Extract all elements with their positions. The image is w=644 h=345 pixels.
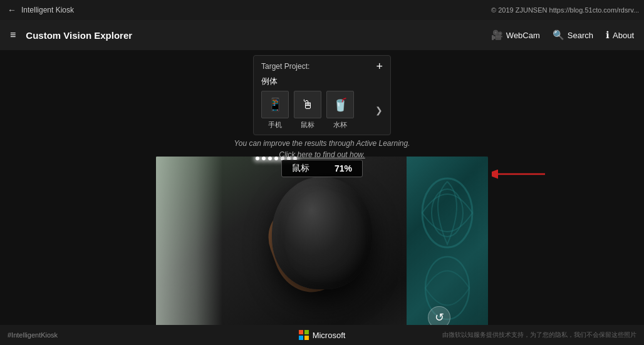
category-cup[interactable]: 🥤 水杯 [326, 91, 354, 130]
title-bar: ← Intelligent Kiosk © 2019 ZJUNSEN https… [0, 0, 644, 20]
back-button[interactable]: ← [8, 5, 16, 15]
prediction-percent: 71% [335, 163, 352, 173]
target-project-header: Target Project: + [261, 61, 383, 72]
project-name: 例体 [261, 76, 383, 87]
about-button[interactable]: ℹ About [606, 29, 634, 41]
active-learning-line1: You can improve the results through Acti… [234, 138, 410, 149]
rotate-button[interactable]: ↺ [428, 306, 450, 325]
microsoft-logo [299, 330, 309, 340]
teal-decoration [407, 157, 488, 325]
search-button[interactable]: 🔍 Search [553, 29, 593, 41]
footer-hashtag: #IntelligentKiosk [8, 331, 58, 339]
target-project-label: Target Project: [261, 62, 309, 71]
category-label-cup: 水杯 [333, 120, 347, 130]
search-label: Search [568, 31, 593, 40]
category-label-mouse: 鼠标 [301, 120, 314, 130]
footer: #IntelligentKiosk Microsoft 由微软以知服务提供技术支… [0, 325, 644, 345]
prediction-badge: 鼠标 71% [281, 160, 363, 177]
main-content: Target Project: + 例体 📱 手机 🖱 鼠标 🥤 水杯 ❯ Yo… [0, 50, 644, 325]
header: ≡ Custom Vision Explorer 🎥 WebCam 🔍 Sear… [0, 20, 644, 50]
ms-logo-blue [299, 336, 303, 340]
footer-logo: Microsoft [299, 330, 346, 340]
webcam-icon: 🎥 [491, 29, 503, 41]
watermark: © 2019 ZJUNSEN https://blog.51cto.com/rd… [491, 6, 639, 14]
add-project-button[interactable]: + [376, 61, 383, 72]
ms-logo-red [299, 330, 303, 334]
category-mouse[interactable]: 🖱 鼠标 [294, 91, 321, 130]
prediction-label: 鼠标 [292, 163, 309, 174]
camera-background: 鼠标 71% ↺ [156, 157, 488, 325]
about-label: About [613, 31, 634, 40]
teal-pattern [410, 163, 485, 325]
search-icon: 🔍 [553, 29, 564, 41]
footer-right-text: 由微软以知服务提供技术支持，为了您的隐私，我们不会保留这些照片 [442, 331, 636, 339]
target-project-panel: Target Project: + 例体 📱 手机 🖱 鼠标 🥤 水杯 ❯ [253, 55, 391, 135]
category-items: 📱 手机 🖱 鼠标 🥤 水杯 ❯ [261, 91, 383, 130]
page-title: Custom Vision Explorer [26, 30, 132, 41]
active-learning-line2[interactable]: Click here to find out how. [234, 149, 410, 160]
svg-point-1 [432, 189, 463, 237]
webcam-label: WebCam [506, 31, 540, 40]
mouse-object [272, 177, 372, 289]
ms-logo-yellow [304, 336, 309, 340]
camera-feed: 鼠标 71% ↺ [156, 157, 488, 325]
webcam-button[interactable]: 🎥 WebCam [491, 29, 540, 41]
hamburger-icon[interactable]: ≡ [10, 29, 16, 41]
ms-logo-green [304, 330, 309, 334]
category-dropdown-icon[interactable]: ❯ [375, 105, 383, 115]
category-thumb-cup: 🥤 [326, 91, 354, 118]
brand-name: Microsoft [313, 331, 346, 340]
active-learning-message: You can improve the results through Acti… [234, 138, 410, 160]
category-phone[interactable]: 📱 手机 [261, 91, 289, 130]
app-name: Intelligent Kiosk [21, 6, 74, 14]
category-thumb-mouse: 🖱 [294, 91, 321, 118]
category-thumb-phone: 📱 [261, 91, 289, 118]
red-arrow [492, 162, 548, 189]
category-label-phone: 手机 [268, 120, 282, 130]
about-icon: ℹ [606, 29, 610, 41]
header-actions: 🎥 WebCam 🔍 Search ℹ About [491, 29, 634, 41]
